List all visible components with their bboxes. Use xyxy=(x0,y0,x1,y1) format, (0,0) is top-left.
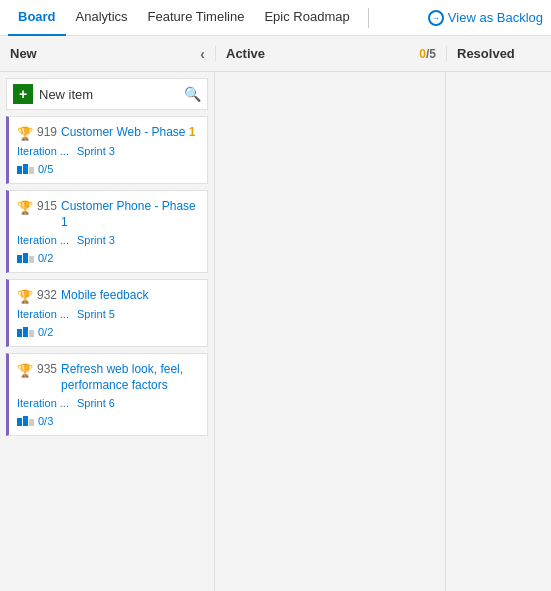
bar-seg xyxy=(23,416,28,426)
bar-seg xyxy=(23,164,28,174)
tab-board[interactable]: Board xyxy=(8,0,66,36)
new-item-bar: + New item 🔍 xyxy=(6,78,208,110)
col-new-chevron[interactable]: ‹ xyxy=(200,46,205,62)
card-id: 932 xyxy=(37,288,57,302)
card-progress: 0/2 xyxy=(38,326,53,338)
tab-epic-roadmap[interactable]: Epic Roadmap xyxy=(254,0,359,36)
card-title-row: 🏆 915 Customer Phone - Phase 1 xyxy=(17,199,199,230)
card-footer: 0/5 xyxy=(17,163,199,175)
card-progress: 0/2 xyxy=(38,252,53,264)
card-footer: 0/3 xyxy=(17,415,199,427)
trophy-icon: 🏆 xyxy=(17,200,33,215)
tab-analytics[interactable]: Analytics xyxy=(66,0,138,36)
nav-divider xyxy=(368,8,369,28)
card-iteration[interactable]: Iteration ... xyxy=(17,397,69,409)
card-footer: 0/2 xyxy=(17,326,199,338)
card-id: 919 xyxy=(37,125,57,139)
bar-seg xyxy=(23,253,28,263)
card-title[interactable]: Customer Web - Phase 1 xyxy=(61,125,196,141)
story-icon xyxy=(17,416,34,426)
col-active-count: 0/5 xyxy=(419,47,436,61)
story-bar xyxy=(17,253,34,263)
card-919: 🏆 919 Customer Web - Phase 1 Iteration .… xyxy=(6,116,208,184)
bar-seg xyxy=(29,330,34,337)
card-iteration[interactable]: Iteration ... xyxy=(17,145,69,157)
view-as-backlog-button[interactable]: → View as Backlog xyxy=(428,10,543,26)
card-title[interactable]: Mobile feedback xyxy=(61,288,148,304)
card-title-row: 🏆 919 Customer Web - Phase 1 xyxy=(17,125,199,141)
card-id: 935 xyxy=(37,362,57,376)
new-item-label: New item xyxy=(39,87,178,102)
board-header: New ‹ Active 0/5 Resolved xyxy=(0,36,551,72)
bar-seg xyxy=(29,256,34,263)
col-header-new: New ‹ xyxy=(0,46,215,62)
add-item-button[interactable]: + xyxy=(13,84,33,104)
bar-seg xyxy=(29,167,34,174)
col-resolved xyxy=(446,72,551,591)
card-915: 🏆 915 Customer Phone - Phase 1 Iteration… xyxy=(6,190,208,273)
col-new-label: New xyxy=(10,46,37,61)
card-sprint[interactable]: Sprint 6 xyxy=(77,397,115,409)
card-title-row: 🏆 932 Mobile feedback xyxy=(17,288,199,304)
bar-seg xyxy=(23,327,28,337)
card-title[interactable]: Customer Phone - Phase 1 xyxy=(61,199,199,230)
card-meta: Iteration ... Sprint 3 xyxy=(17,145,199,157)
card-iteration[interactable]: Iteration ... xyxy=(17,234,69,246)
col-header-active: Active 0/5 xyxy=(215,46,446,61)
trophy-icon: 🏆 xyxy=(17,363,33,378)
bar-seg xyxy=(29,419,34,426)
col-header-resolved: Resolved xyxy=(446,46,551,61)
card-meta: Iteration ... Sprint 6 xyxy=(17,397,199,409)
story-icon xyxy=(17,253,34,263)
card-sprint[interactable]: Sprint 3 xyxy=(77,234,115,246)
card-meta: Iteration ... Sprint 5 xyxy=(17,308,199,320)
bar-seg xyxy=(17,329,22,337)
card-title-row: 🏆 935 Refresh web look, feel, performanc… xyxy=(17,362,199,393)
bar-seg xyxy=(17,166,22,174)
story-icon xyxy=(17,327,34,337)
col-resolved-label: Resolved xyxy=(457,46,515,61)
card-932: 🏆 932 Mobile feedback Iteration ... Spri… xyxy=(6,279,208,347)
card-title-highlight: 1 xyxy=(189,125,196,139)
card-sprint[interactable]: Sprint 3 xyxy=(77,145,115,157)
bar-seg xyxy=(17,418,22,426)
board-body: + New item 🔍 🏆 919 Customer Web - Phase … xyxy=(0,72,551,591)
card-title[interactable]: Refresh web look, feel, performance fact… xyxy=(61,362,199,393)
card-iteration[interactable]: Iteration ... xyxy=(17,308,69,320)
card-progress: 0/3 xyxy=(38,415,53,427)
search-icon[interactable]: 🔍 xyxy=(184,86,201,102)
story-icon xyxy=(17,164,34,174)
col-active-label: Active xyxy=(226,46,265,61)
card-id: 915 xyxy=(37,199,57,213)
trophy-icon: 🏆 xyxy=(17,289,33,304)
card-sprint[interactable]: Sprint 5 xyxy=(77,308,115,320)
col-new: + New item 🔍 🏆 919 Customer Web - Phase … xyxy=(0,72,215,591)
col-active xyxy=(215,72,446,591)
trophy-icon: 🏆 xyxy=(17,126,33,141)
backlog-circle-icon: → xyxy=(428,10,444,26)
story-bar xyxy=(17,164,34,174)
tab-feature-timeline[interactable]: Feature Timeline xyxy=(138,0,255,36)
card-footer: 0/2 xyxy=(17,252,199,264)
card-progress: 0/5 xyxy=(38,163,53,175)
top-nav: Board Analytics Feature Timeline Epic Ro… xyxy=(0,0,551,36)
card-935: 🏆 935 Refresh web look, feel, performanc… xyxy=(6,353,208,436)
story-bar xyxy=(17,416,34,426)
bar-seg xyxy=(17,255,22,263)
card-meta: Iteration ... Sprint 3 xyxy=(17,234,199,246)
story-bar xyxy=(17,327,34,337)
